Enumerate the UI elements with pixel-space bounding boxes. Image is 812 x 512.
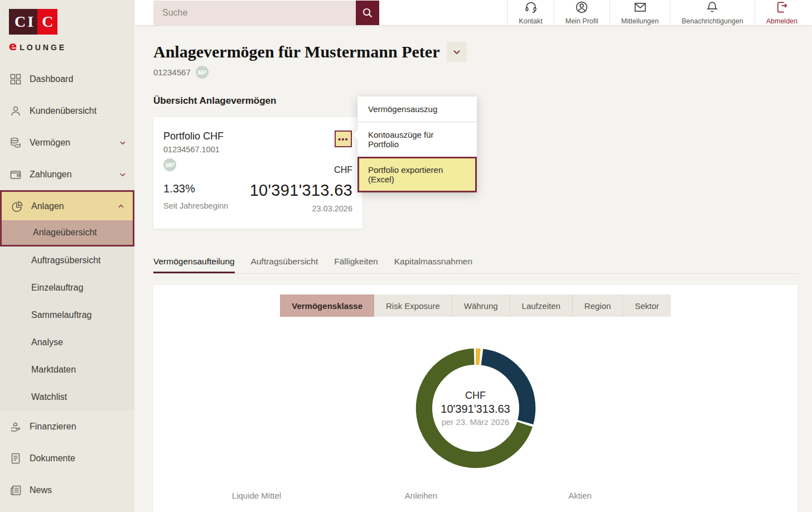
- topbar-actions: Kontakt Mein Profil Mitteilungen: [507, 0, 809, 25]
- payments-wallet-icon: [9, 168, 22, 181]
- search-icon: [361, 6, 374, 20]
- action-label: Mein Profil: [566, 17, 598, 25]
- sidebar-item-label: Dashboard: [30, 74, 127, 84]
- sidebar-item-label: Vermögen: [30, 138, 112, 148]
- sidebar-subitem-label: Analyse: [31, 337, 63, 347]
- sidebar-item-zahlungen[interactable]: Zahlungen: [0, 158, 134, 190]
- portfolio-account-number: 01234567.1001: [163, 145, 352, 154]
- subtab-waehrung[interactable]: Währung: [452, 294, 510, 317]
- sidebar-subitem-label: Watchlist: [31, 392, 67, 402]
- sidebar-item-kundenuebersicht[interactable]: Kundenübersicht: [0, 95, 134, 127]
- logout-icon: [775, 0, 789, 15]
- menu-item-portfolio-exportieren-excel[interactable]: Portfolio exportieren (Excel): [357, 157, 477, 192]
- subtab-laufzeiten[interactable]: Laufzeiten: [510, 294, 573, 317]
- action-label: Abmelden: [766, 17, 798, 25]
- sidebar-subitem-analyse[interactable]: Analyse: [0, 329, 134, 356]
- sidebar-item-label: Finanzieren: [30, 422, 127, 432]
- logo-wordmark: LOUNGE: [20, 43, 66, 52]
- search-button[interactable]: [356, 1, 379, 25]
- sidebar-subitem-marktdaten[interactable]: Marktdaten: [0, 356, 134, 383]
- tab-vermoegensaufteilung[interactable]: Vermögensaufteilung: [153, 257, 235, 273]
- sidebar-nav: Dashboard Kundenübersicht Vermögen: [0, 63, 134, 506]
- sidebar-subitem-einzelauftrag[interactable]: Einzelauftrag: [0, 274, 134, 301]
- content-area: Anlagevermögen für Mustermann Peter 0123…: [134, 25, 812, 512]
- portfolio-card[interactable]: Portfolio CHF 01234567.1001 MP ••• CHF 1…: [153, 117, 362, 229]
- anlagen-submenu: Auftragsübersicht Einzelauftrag Sammelau…: [0, 247, 134, 410]
- benachrichtigungen-button[interactable]: Benachrichtigungen: [670, 0, 755, 25]
- subtab-sektor[interactable]: Sektor: [623, 294, 670, 317]
- sidebar-subitem-auftragsuebersicht[interactable]: Auftragsübersicht: [0, 247, 134, 274]
- subtab-region[interactable]: Region: [573, 294, 624, 317]
- user-circle-icon: [574, 0, 589, 15]
- sidebar-item-label: Anlagen: [31, 201, 110, 211]
- allocation-panel: Vermögensklasse Risk Exposure Währung La…: [153, 285, 798, 512]
- subtab-risk-exposure[interactable]: Risk Exposure: [374, 294, 452, 317]
- chevron-down-icon: [119, 139, 127, 147]
- allocation-donut: CHF 10'391'313.63 per 23. März 2026: [410, 343, 541, 474]
- sidebar-active-highlight-block: Anlagen Anlageübersicht: [0, 190, 134, 247]
- sidebar-subitem-label: Auftragsübersicht: [31, 255, 101, 265]
- subtab-vermoegensklasse[interactable]: Vermögensklasse: [280, 294, 374, 317]
- sidebar-item-label: News: [30, 485, 127, 495]
- sidebar-subitem-watchlist[interactable]: Watchlist: [0, 383, 134, 410]
- action-label: Kontakt: [519, 17, 542, 25]
- tab-faelligkeiten[interactable]: Fälligkeiten: [334, 257, 378, 273]
- sidebar-subitem-label: Sammelauftrag: [31, 310, 92, 320]
- investments-pie-icon: [11, 200, 24, 213]
- sidebar-item-vermoegen[interactable]: Vermögen: [0, 127, 134, 158]
- portfolio-value-date: 23.03.2026: [250, 204, 352, 213]
- legend-label-anleihen: Anleihen: [405, 491, 437, 500]
- sidebar-item-dashboard[interactable]: Dashboard: [0, 63, 134, 95]
- sidebar-item-dokumente[interactable]: Dokumente: [0, 442, 134, 474]
- portfolio-context-menu: Vermögensauszug Kontoauszüge für Portfol…: [357, 96, 477, 192]
- mein-profil-button[interactable]: Mein Profil: [554, 0, 610, 25]
- portfolio-avatar: MP: [163, 158, 176, 171]
- legend-label-liquide-mittel: Liquide Mittel: [232, 491, 281, 500]
- logo-box-dark: CI: [9, 9, 37, 35]
- bell-icon: [705, 0, 719, 15]
- kontakt-button[interactable]: Kontakt: [507, 0, 553, 25]
- donut-chart-svg: [410, 343, 541, 474]
- portfolio-tabs: Vermögensaufteilung Auftragsübersicht Fä…: [153, 257, 798, 274]
- logo-box-red: C: [37, 9, 57, 35]
- action-label: Mitteilungen: [621, 17, 659, 25]
- legend-label-aktien: Aktien: [568, 491, 592, 500]
- sidebar-item-label: Zahlungen: [30, 170, 112, 180]
- topbar: Kontakt Mein Profil Mitteilungen: [134, 0, 812, 25]
- sidebar-item-label: Kundenübersicht: [30, 106, 127, 116]
- customer-switch-button[interactable]: [447, 42, 467, 62]
- abmelden-button[interactable]: Abmelden: [755, 0, 809, 25]
- portfolio-amount: 10'391'313.63: [250, 181, 352, 200]
- tab-kapitalmassnahmen[interactable]: Kapitalmassnahmen: [394, 257, 472, 273]
- portfolio-performance: 1.33%: [163, 182, 228, 195]
- customer-person-icon: [9, 104, 22, 118]
- sidebar-subitem-anlageuebersicht[interactable]: Anlageübersicht: [2, 220, 133, 245]
- sidebar-item-news[interactable]: News: [0, 474, 134, 506]
- allocation-view-switcher: Vermögensklasse Risk Exposure Währung La…: [153, 294, 798, 317]
- portfolio-name: Portfolio CHF: [163, 131, 352, 142]
- sidebar-subitem-label: Einzelauftrag: [31, 283, 83, 293]
- logo-e-mark: e: [9, 40, 17, 53]
- mitteilungen-button[interactable]: Mitteilungen: [610, 0, 670, 25]
- app-window: CI C e LOUNGE Dashboard Kundenübersicht: [0, 0, 812, 512]
- documents-icon: [9, 452, 22, 465]
- news-icon: [9, 484, 22, 497]
- sidebar-item-finanzieren[interactable]: Finanzieren: [0, 410, 134, 442]
- customer-id: 01234567: [153, 67, 191, 77]
- search-input[interactable]: [153, 1, 356, 25]
- sidebar-item-anlagen[interactable]: Anlagen: [2, 192, 133, 220]
- chevron-up-icon: [117, 202, 125, 210]
- sidebar-subitem-sammelauftrag[interactable]: Sammelauftrag: [0, 301, 134, 329]
- menu-item-vermoegensauszug[interactable]: Vermögensauszug: [357, 96, 477, 122]
- main-area: Kontakt Mein Profil Mitteilungen: [134, 0, 812, 512]
- envelope-icon: [633, 0, 647, 15]
- page-title: Anlagevermögen für Mustermann Peter: [153, 42, 440, 61]
- search-bar: [153, 1, 379, 25]
- portfolio-more-button[interactable]: •••: [335, 131, 352, 147]
- tab-auftragsuebersicht[interactable]: Auftragsübersicht: [251, 257, 318, 273]
- menu-item-kontoauszuege[interactable]: Kontoauszüge für Portfolio: [357, 122, 477, 157]
- portfolio-currency: CHF: [250, 165, 352, 175]
- customer-avatar: MP: [196, 66, 209, 79]
- chevron-down-icon: [119, 171, 127, 178]
- portfolio-performance-label: Seit Jahresbeginn: [163, 201, 228, 210]
